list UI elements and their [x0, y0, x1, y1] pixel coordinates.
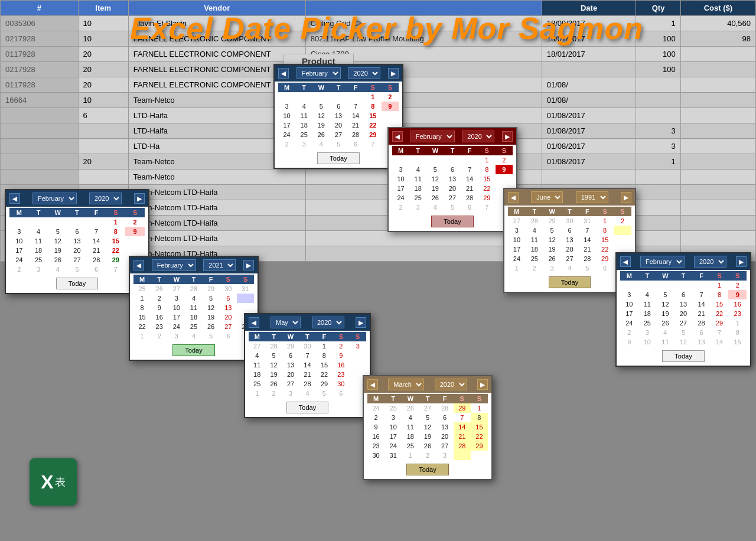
- row-qty: 100: [636, 47, 680, 62]
- row-item: 20: [78, 47, 128, 62]
- cal7-today-button[interactable]: Today: [406, 464, 448, 475]
- cal1-year-select[interactable]: 2020: [89, 193, 122, 204]
- calendar-7: ◀ March 2020 ▶ M T W T F S S 24252627282…: [363, 375, 493, 480]
- row-number: 0217928: [1, 31, 79, 47]
- cal4-year-select[interactable]: 2021: [203, 259, 236, 271]
- cal5-today-button[interactable]: Today: [286, 402, 328, 413]
- row-cost: [680, 123, 755, 139]
- row-qty: [636, 216, 680, 231]
- row-item: [78, 139, 128, 154]
- cal8-year-select[interactable]: 2020: [694, 256, 726, 268]
- cal2-day-m: M: [278, 83, 295, 92]
- cal1-prev-btn[interactable]: ◀: [9, 193, 20, 204]
- row-item: 20: [78, 77, 128, 93]
- cal6-next-btn[interactable]: ▶: [621, 192, 631, 203]
- cal1-day-s1: S: [106, 208, 126, 217]
- cal1-day-f: F: [87, 208, 106, 217]
- cal2-day-f: F: [347, 83, 364, 92]
- cal7-year-select[interactable]: 2020: [435, 379, 467, 390]
- row-cost: [680, 77, 755, 93]
- row-vendor: Team-Netco: [128, 170, 305, 185]
- row-number: 0217928: [1, 62, 79, 77]
- cal8-today-button[interactable]: Today: [662, 350, 704, 362]
- cal1-next-btn[interactable]: ▶: [134, 193, 145, 204]
- cal8-next-btn[interactable]: ▶: [736, 256, 747, 267]
- cal2-prev-btn[interactable]: ◀: [278, 68, 289, 79]
- cal7-next-btn[interactable]: ▶: [477, 379, 488, 390]
- cal5-year-select[interactable]: 2020: [312, 317, 344, 328]
- table-row: 0117928 20 FARNELL ELECTRONIC COMPONENT …: [1, 47, 756, 62]
- row-number: [1, 154, 79, 170]
- cal6-prev-btn[interactable]: ◀: [508, 192, 519, 203]
- cal2-grid: M T W T F S S 12 3456789 101112131415 17…: [275, 82, 402, 150]
- cal6-year-select[interactable]: 1991: [576, 191, 608, 203]
- cal8-grid: M T W T F S S 12 3456789 10111213141516 …: [617, 270, 750, 348]
- row-date: [542, 170, 636, 185]
- row-item: [78, 123, 128, 139]
- cal2-day-s2: S: [382, 83, 399, 92]
- row-number: 0117928: [1, 77, 79, 93]
- row-item: 10: [78, 31, 128, 47]
- cal2-next-btn[interactable]: ▶: [388, 68, 399, 79]
- cal5-month-select[interactable]: May: [271, 317, 301, 328]
- row-date: 01/08/: [542, 93, 636, 108]
- cal3-month-select[interactable]: February: [410, 131, 455, 142]
- row-vendor: Team-Netcom LTD-Haifa: [128, 231, 305, 246]
- row-qty: [636, 77, 680, 93]
- row-date: 18/01/2017: [542, 47, 636, 62]
- table-row: Team-Netco: [1, 170, 756, 185]
- cal3-next-btn[interactable]: ▶: [502, 131, 513, 142]
- cal5-prev-btn[interactable]: ◀: [249, 317, 259, 328]
- page-title: Excel Date Picker by Mor Sagmon: [130, 11, 643, 46]
- cal1-day-t2: T: [67, 208, 87, 217]
- cal5-next-btn[interactable]: ▶: [356, 317, 366, 328]
- excel-table-icon: 表: [55, 475, 66, 489]
- cal8-prev-btn[interactable]: ◀: [620, 256, 631, 267]
- calendar-8: ◀ February 2020 ▶ M T W T F S S 12 34567…: [615, 252, 751, 367]
- row-date: [542, 62, 636, 77]
- cal7-grid: M T W T F S S 2425262728291 2345678 9101…: [364, 393, 491, 461]
- cal1-day-s2: S: [125, 208, 145, 217]
- row-cost: [680, 139, 755, 154]
- cal4-next-btn[interactable]: ▶: [243, 260, 254, 270]
- cal2-today-button[interactable]: Today: [317, 152, 359, 164]
- cal2-month-select[interactable]: February: [296, 67, 341, 79]
- cal3-today-button[interactable]: Today: [431, 216, 473, 227]
- cal3-year-select[interactable]: 2020: [462, 131, 494, 142]
- cal1-header: ◀ February 2020 ▶: [6, 190, 148, 207]
- row-number: [1, 108, 79, 123]
- row-number: [1, 123, 79, 139]
- row-item: 10: [78, 93, 128, 108]
- cal4-prev-btn[interactable]: ◀: [133, 260, 144, 270]
- cal5-header: ◀ May 2020 ▶: [245, 314, 370, 331]
- cal7-prev-btn[interactable]: ◀: [367, 379, 378, 390]
- row-qty: [636, 108, 680, 123]
- excel-icon: X 表: [30, 458, 77, 506]
- row-vendor: Team-Netcom LTD-Haifa: [128, 200, 305, 216]
- cal4-header: ◀ February 2021 ▶: [130, 257, 258, 273]
- cal2-day-w: W: [312, 83, 330, 92]
- cal2-year-select[interactable]: 2020: [348, 67, 380, 79]
- row-qty: 3: [636, 123, 680, 139]
- cal7-header: ◀ March 2020 ▶: [364, 376, 491, 393]
- row-date: 01/08/: [542, 77, 636, 93]
- row-date: 01/08/2017: [542, 139, 636, 154]
- cal4-month-select[interactable]: February: [152, 259, 196, 271]
- cal6-today-button[interactable]: Today: [549, 276, 591, 288]
- cal7-month-select[interactable]: March: [388, 379, 424, 390]
- cal6-month-select[interactable]: June: [531, 191, 563, 203]
- cal8-month-select[interactable]: February: [640, 256, 685, 268]
- calendar-3: ◀ February 2020 ▶ M T W T F S S 12 34567…: [387, 127, 517, 232]
- row-cost: [680, 93, 755, 108]
- cal1-month-select[interactable]: February: [32, 193, 77, 204]
- cal4-today-button[interactable]: Today: [172, 344, 214, 356]
- row-cost: [680, 154, 755, 170]
- row-cost: 40,560: [680, 16, 755, 31]
- calendar-2: ◀ February 2020 ▶ M T W T F S S 12 34567…: [273, 64, 403, 169]
- cal1-today-button[interactable]: Today: [56, 278, 98, 289]
- cal3-grid: M T W T F S S 12 3456789 101112131415 17…: [389, 145, 516, 213]
- row-vendor: FARNELL ELECTRONIC COMPONENT: [128, 47, 305, 62]
- cal3-prev-btn[interactable]: ◀: [392, 131, 403, 142]
- row-cost: [680, 231, 755, 246]
- row-item: [78, 170, 128, 185]
